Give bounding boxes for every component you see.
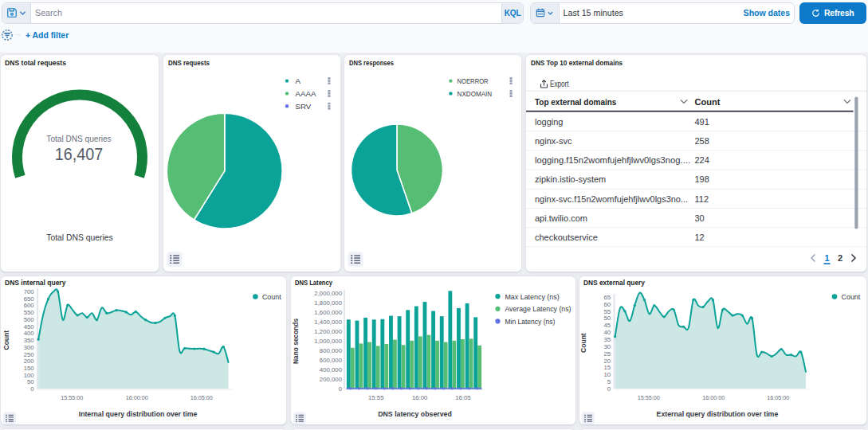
- svg-text:Min Latency (ns): Min Latency (ns): [505, 316, 555, 325]
- svg-text:40: 40: [603, 329, 611, 336]
- svg-text:Count: Count: [695, 97, 721, 107]
- svg-text:api.twilio.com: api.twilio.com: [535, 213, 587, 222]
- svg-text:550: 550: [24, 309, 35, 316]
- svg-text:DNS internal query: DNS internal query: [5, 279, 66, 287]
- svg-text:DNS responses: DNS responses: [349, 58, 394, 66]
- svg-text:30: 30: [603, 342, 611, 350]
- svg-text:NOERROR: NOERROR: [458, 76, 489, 85]
- svg-text:1,800,000: 1,800,000: [314, 299, 342, 307]
- svg-text:10: 10: [603, 371, 611, 378]
- svg-text:DNS external query: DNS external query: [583, 279, 646, 287]
- svg-text:0: 0: [338, 385, 342, 393]
- svg-text:logging.f15n2womfujehfjlwv0lgs: logging.f15n2womfujehfjlwv0lgs3nog....: [535, 155, 690, 165]
- svg-text:112: 112: [695, 194, 709, 203]
- svg-text:Export: Export: [550, 79, 569, 88]
- svg-text:0: 0: [607, 385, 611, 392]
- svg-text:16:05:00: 16:05:00: [190, 393, 214, 401]
- svg-text:0: 0: [30, 385, 34, 393]
- svg-text:logging: logging: [535, 116, 563, 126]
- svg-text:491: 491: [695, 116, 709, 126]
- svg-text:224: 224: [695, 155, 709, 165]
- svg-text:300: 300: [24, 343, 35, 350]
- svg-text:50: 50: [27, 378, 34, 385]
- svg-text:600,000: 600,000: [319, 357, 342, 364]
- svg-text:16:00:00: 16:00:00: [702, 393, 725, 401]
- svg-text:15:55:00: 15:55:00: [637, 393, 660, 401]
- svg-text:15:55:00: 15:55:00: [61, 393, 84, 401]
- svg-text:20: 20: [603, 357, 611, 364]
- svg-text:200,000: 200,000: [319, 376, 342, 383]
- svg-text:1,000,000: 1,000,000: [314, 338, 342, 345]
- svg-text:checkoutservice: checkoutservice: [535, 233, 598, 242]
- svg-text:55: 55: [603, 307, 611, 315]
- svg-text:1,600,000: 1,600,000: [314, 309, 342, 316]
- svg-text:198: 198: [695, 174, 709, 184]
- svg-text:nginx-svc.f15n2womfujehfjlwv0l: nginx-svc.f15n2womfujehfjlwv0lgs3no...: [535, 194, 688, 203]
- svg-text:350: 350: [24, 337, 35, 344]
- svg-text:12: 12: [695, 233, 705, 242]
- svg-text:DNS Latency: DNS Latency: [295, 279, 333, 287]
- svg-text:A: A: [296, 76, 301, 85]
- svg-text:258: 258: [695, 136, 709, 146]
- svg-text:1: 1: [824, 253, 829, 263]
- svg-text:16:05:00: 16:05:00: [767, 393, 790, 401]
- svg-text:800,000: 800,000: [319, 347, 342, 354]
- svg-text:700: 700: [24, 287, 35, 295]
- svg-text:Total DNS queries: Total DNS queries: [46, 232, 113, 241]
- svg-text:2: 2: [838, 253, 842, 263]
- svg-text:AAAA: AAAA: [296, 88, 316, 97]
- svg-text:400,000: 400,000: [319, 366, 342, 373]
- svg-text:Average Latency (ns): Average Latency (ns): [505, 304, 571, 313]
- svg-text:DNS latency observed: DNS latency observed: [378, 409, 452, 418]
- svg-text:600: 600: [24, 302, 35, 309]
- svg-text:2,000,000: 2,000,000: [314, 290, 342, 297]
- svg-text:1,200,000: 1,200,000: [314, 328, 342, 335]
- svg-text:DNS Top 10 external domains: DNS Top 10 external domains: [531, 58, 623, 66]
- svg-text:400: 400: [24, 330, 35, 337]
- svg-text:Top external domains: Top external domains: [535, 97, 616, 107]
- svg-text:50: 50: [603, 315, 611, 322]
- svg-text:Internal query distribution ov: Internal query distribution over time: [79, 409, 198, 418]
- svg-text:65: 65: [603, 293, 611, 300]
- svg-text:SRV: SRV: [296, 101, 312, 110]
- svg-text:45: 45: [603, 322, 611, 329]
- svg-text:Nano seconds: Nano seconds: [291, 318, 300, 363]
- svg-text:5: 5: [607, 378, 611, 385]
- svg-text:16:05: 16:05: [455, 393, 471, 401]
- svg-text:500: 500: [24, 315, 35, 322]
- svg-text:Count: Count: [2, 330, 10, 350]
- svg-text:100: 100: [24, 371, 35, 378]
- svg-text:16,407: 16,407: [55, 143, 103, 163]
- svg-text:25: 25: [603, 350, 611, 357]
- svg-text:nginx-svc: nginx-svc: [535, 136, 572, 146]
- svg-text:30: 30: [695, 213, 705, 222]
- svg-text:60: 60: [603, 300, 611, 307]
- svg-text:1,400,000: 1,400,000: [314, 319, 342, 326]
- svg-text:15: 15: [603, 364, 611, 371]
- svg-text:16:00:00: 16:00:00: [126, 393, 149, 401]
- svg-text:External query distribution ov: External query distribution over time: [656, 409, 778, 418]
- svg-text:Count: Count: [579, 332, 587, 352]
- svg-text:Count: Count: [841, 291, 860, 300]
- svg-text:Count: Count: [262, 291, 281, 300]
- svg-text:450: 450: [24, 322, 35, 330]
- svg-text:250: 250: [24, 350, 35, 358]
- svg-text:DNS total requests: DNS total requests: [5, 58, 66, 66]
- svg-text:15:55: 15:55: [368, 393, 384, 401]
- svg-text:NXDOMAIN: NXDOMAIN: [458, 88, 493, 97]
- svg-text:650: 650: [24, 295, 35, 302]
- svg-text:Max Latency (ns): Max Latency (ns): [505, 291, 559, 300]
- svg-text:Total DNS queries: Total DNS queries: [46, 134, 111, 143]
- svg-text:35: 35: [603, 336, 611, 343]
- svg-text:zipkin.istio-system: zipkin.istio-system: [535, 174, 606, 184]
- svg-text:DNS requests: DNS requests: [168, 58, 210, 66]
- svg-text:16:00: 16:00: [411, 393, 427, 401]
- svg-text:200: 200: [24, 358, 35, 365]
- svg-text:150: 150: [24, 364, 35, 371]
